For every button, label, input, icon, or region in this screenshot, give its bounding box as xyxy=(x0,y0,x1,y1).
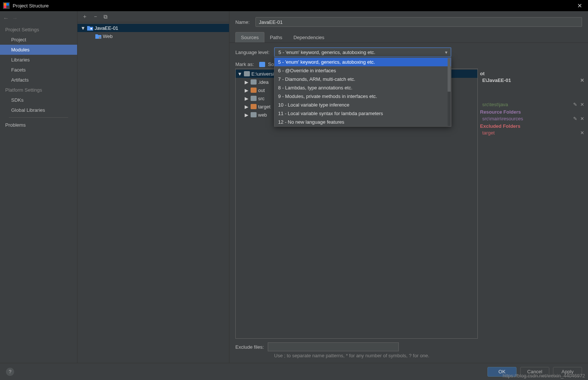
nav-item-project[interactable]: Project xyxy=(0,35,77,45)
tree-expand-icon[interactable]: ▼ xyxy=(237,71,242,77)
module-name: JavaEE-01 xyxy=(95,25,118,31)
folder-icon xyxy=(251,96,257,101)
title-bar: Project Structure ✕ xyxy=(0,0,588,11)
window-title: Project Structure xyxy=(13,3,49,9)
help-icon[interactable]: ? xyxy=(6,368,14,376)
module-toolbar: ＋ － ⧉ xyxy=(77,11,229,22)
folder-icon xyxy=(251,112,257,117)
add-module-icon[interactable]: ＋ xyxy=(82,13,88,20)
nav-item-artifacts[interactable]: Artifacts xyxy=(0,75,77,85)
tree-collapse-icon[interactable]: ▶ xyxy=(244,88,249,93)
lang-option[interactable]: 5 - 'enum' keyword, generics, autoboxing… xyxy=(274,58,451,66)
nav-item-modules[interactable]: Modules xyxy=(0,45,77,55)
module-folder-icon xyxy=(87,25,93,31)
nav-item-facets[interactable]: Facets xyxy=(0,65,77,75)
resource-folder-path: src\main\resources xyxy=(482,116,523,121)
platform-settings-head: Platform Settings xyxy=(0,85,77,95)
cancel-button[interactable]: Cancel xyxy=(520,367,549,377)
facet-name: Web xyxy=(103,34,113,39)
svg-rect-4 xyxy=(90,28,92,29)
folder-icon xyxy=(251,104,257,109)
content-root-head-suffix: ot xyxy=(480,71,484,76)
chevron-down-icon: ▾ xyxy=(445,50,448,55)
nav-back-icon[interactable]: ← xyxy=(3,15,9,22)
resource-folders-head: Resource Folders xyxy=(480,109,584,115)
nav-item-libraries[interactable]: Libraries xyxy=(0,55,77,65)
exclude-hint: Use ; to separate name patterns, * for a… xyxy=(229,351,468,363)
lang-option[interactable]: 12 - No new language features xyxy=(274,118,451,126)
svg-rect-2 xyxy=(6,3,9,6)
language-level-value: 5 - 'enum' keyword, generics, autoboxing… xyxy=(279,50,375,55)
module-tree-root[interactable]: ▼ JavaEE-01 xyxy=(77,24,229,32)
language-level-dropdown: 5 - 'enum' keyword, generics, autoboxing… xyxy=(274,57,451,127)
nav-item-global-libraries[interactable]: Global Libraries xyxy=(0,105,77,115)
sources-folder-icon xyxy=(259,62,265,67)
nav-item-sdks[interactable]: SDKs xyxy=(0,95,77,105)
close-icon[interactable]: ✕ xyxy=(574,2,585,9)
tab-dependencies[interactable]: Dependencies xyxy=(288,32,330,42)
remove-icon[interactable]: ✕ xyxy=(580,116,584,121)
test-folder-path: src\test\java xyxy=(482,102,508,107)
lang-option[interactable]: 7 - Diamonds, ARM, multi-catch etc. xyxy=(274,75,451,83)
apply-button[interactable]: Apply xyxy=(553,367,582,377)
dialog-footer: ? OK Cancel Apply xyxy=(0,363,588,380)
nav-forward-icon[interactable]: → xyxy=(12,15,18,22)
excluded-folder-path: target xyxy=(482,130,495,136)
folder-icon xyxy=(251,88,257,93)
nav-item-problems[interactable]: Problems xyxy=(0,120,77,130)
remove-icon[interactable]: ✕ xyxy=(580,102,584,107)
remove-icon[interactable]: ✕ xyxy=(580,130,584,136)
intellij-icon xyxy=(3,2,10,9)
lang-option[interactable]: 10 - Local variable type inference xyxy=(274,101,451,109)
edit-icon[interactable]: ✎ xyxy=(573,116,577,121)
svg-rect-3 xyxy=(4,6,6,8)
tree-collapse-icon[interactable]: ▶ xyxy=(244,79,249,85)
mark-as-label: Mark as: xyxy=(235,61,254,67)
module-name-input[interactable] xyxy=(255,17,582,27)
project-settings-head: Project Settings xyxy=(0,25,77,35)
lang-option[interactable]: 11 - Local variable syntax for lambda pa… xyxy=(274,109,451,118)
module-tree-item-web[interactable]: Web xyxy=(77,32,229,40)
language-level-combo[interactable]: 5 - 'enum' keyword, generics, autoboxing… xyxy=(274,47,451,57)
module-list-panel: ＋ － ⧉ ▼ JavaEE-01 Web xyxy=(77,11,229,363)
dropdown-scrollbar[interactable] xyxy=(448,58,451,92)
left-nav: ← → Project Settings Project Modules Lib… xyxy=(0,11,77,363)
folder-icon xyxy=(244,71,250,76)
lang-option[interactable]: 9 - Modules, private methods in interfac… xyxy=(274,92,451,101)
content-roots-panel: ot E\JavaEE-01 ✕ src\test\java ✎✕ Resour… xyxy=(480,67,588,339)
remove-icon[interactable]: ✕ xyxy=(580,77,584,83)
web-facet-icon xyxy=(95,33,101,39)
edit-icon[interactable]: ✎ xyxy=(573,102,577,107)
exclude-files-input[interactable] xyxy=(268,342,399,351)
lang-option[interactable]: 6 - @Override in interfaces xyxy=(274,66,451,75)
folder-icon xyxy=(251,79,257,85)
tree-collapse-icon[interactable]: ▶ xyxy=(244,112,249,118)
name-label: Name: xyxy=(235,19,249,25)
tab-paths[interactable]: Paths xyxy=(264,32,288,42)
excluded-folders-head: Excluded Folders xyxy=(480,123,584,129)
lang-option[interactable]: 8 - Lambdas, type annotations etc. xyxy=(274,83,451,92)
module-detail-panel: Name: Sources Paths Dependencies Languag… xyxy=(229,11,588,363)
tree-collapse-icon[interactable]: ▶ xyxy=(244,104,249,110)
tree-expand-icon[interactable]: ▼ xyxy=(80,25,86,31)
language-level-label: Language level: xyxy=(235,50,270,55)
copy-module-icon[interactable]: ⧉ xyxy=(104,13,108,20)
ok-button[interactable]: OK xyxy=(487,367,517,377)
tree-collapse-icon[interactable]: ▶ xyxy=(244,96,249,101)
tab-sources[interactable]: Sources xyxy=(235,32,264,42)
remove-module-icon[interactable]: － xyxy=(93,13,98,20)
svg-rect-1 xyxy=(4,3,6,6)
content-root-path: E\JavaEE-01 xyxy=(482,77,511,83)
exclude-files-label: Exclude files: xyxy=(235,344,264,350)
